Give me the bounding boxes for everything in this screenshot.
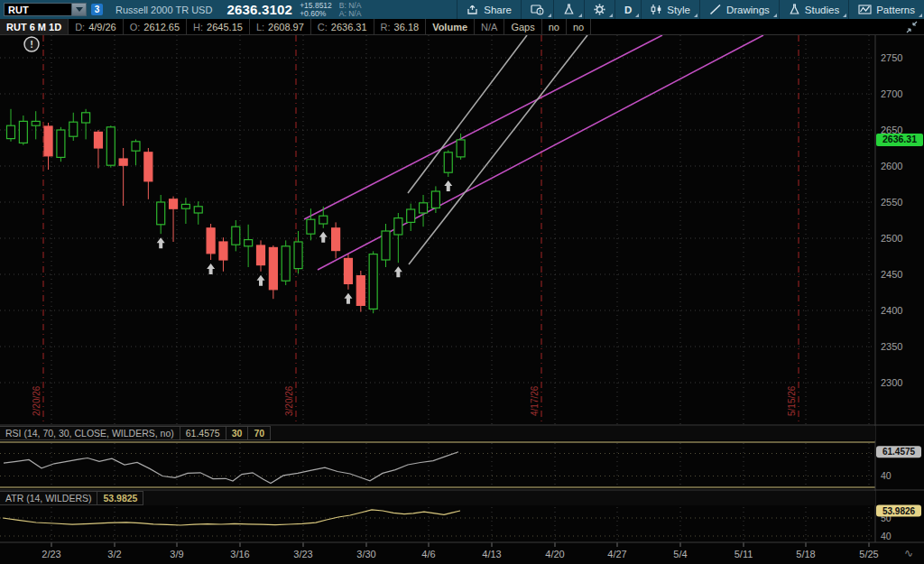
candle-body: [294, 242, 302, 269]
candle-body: [144, 153, 152, 181]
candle-body: [157, 202, 165, 225]
price-axis-label: 2750: [881, 52, 902, 63]
candle-body: [257, 245, 265, 265]
gear-icon: [594, 4, 605, 15]
price-axis-label: 2400: [881, 305, 902, 316]
symbol-description: Russell 2000 TR USD: [116, 5, 212, 15]
candle-body: [457, 140, 465, 157]
candle-body: [356, 276, 365, 306]
atr-study-header: ATR (14, WILDERS) 53.9825: [0, 491, 875, 505]
trendline-purple-channel-upper: [304, 35, 662, 219]
x-axis-label: 3/30: [356, 549, 375, 559]
open-label: O:: [130, 22, 141, 32]
thinkorswim-chart-window: 3 Russell 2000 TR USD 2636.3102 +15.8512…: [0, 0, 924, 564]
timeframe-label: D: [624, 5, 632, 15]
candle-body: [232, 227, 240, 245]
x-axis-label: 3/9: [170, 549, 183, 559]
rsi-line: [4, 452, 458, 484]
info-bubble-glyph: !: [30, 39, 33, 50]
close-value: 2636.31: [331, 22, 367, 32]
atr-badge-text: 53.9826: [882, 506, 916, 516]
x-axis-label: 5/18: [796, 549, 815, 559]
low-value: 2608.97: [268, 22, 304, 32]
candle-body: [245, 240, 253, 246]
last-price: 2636.3102: [226, 2, 292, 17]
candle-body: [444, 153, 452, 172]
symbol-input[interactable]: [4, 3, 72, 16]
candle-body: [219, 242, 227, 260]
change-percent: +0.60%: [300, 10, 332, 18]
range-value: 36.18: [394, 22, 420, 32]
quick-study-button[interactable]: [553, 0, 584, 19]
collapse-chart-button[interactable]: [905, 19, 924, 34]
symbol-timeframe-label: RUT 6 M 1D: [0, 19, 69, 34]
price-axis-label: 2450: [881, 269, 902, 280]
date-label: D:: [75, 22, 85, 32]
candle-body: [194, 207, 202, 213]
alert-flag-icon: !: [531, 4, 544, 15]
link-color-badge[interactable]: 3: [91, 4, 103, 15]
patterns-button[interactable]: Patterns: [848, 0, 924, 19]
rsi-axis-label: 40: [881, 470, 892, 481]
flask-icon: [563, 4, 575, 15]
open-value: 2612.65: [143, 22, 180, 32]
buy-signal-arrow: [344, 293, 352, 304]
low-field: L: 2608.97: [250, 19, 311, 34]
expiration-line-label: 3/20/26: [284, 385, 294, 416]
volume-value: N/A: [475, 19, 504, 34]
pencil-line-icon: [709, 4, 722, 15]
style-button[interactable]: Style: [641, 0, 699, 19]
candle-body: [82, 113, 90, 123]
range-field: R: 36.18: [374, 19, 427, 34]
symbol-dropdown-button[interactable]: [72, 3, 87, 16]
x-axis-label: 5/4: [673, 549, 687, 559]
buy-signal-arrow: [257, 275, 265, 286]
candle-body: [344, 258, 352, 283]
rsi-study-title[interactable]: RSI (14, 70, 30, CLOSE, WILDERS, no): [0, 426, 180, 440]
price-axis-label: 2350: [881, 341, 902, 352]
candle-body: [181, 204, 189, 208]
price-axis-label: 2500: [881, 233, 902, 244]
x-axis-label: 3/16: [230, 549, 249, 559]
last-price-badge-text: 2636.31: [882, 134, 917, 144]
style-label: Style: [667, 5, 690, 15]
price-axis-label: 2700: [881, 88, 902, 99]
drawings-button[interactable]: Drawings: [699, 0, 779, 19]
candle-body: [132, 142, 140, 151]
volume-label: Volume: [426, 19, 475, 34]
high-value: 2645.15: [207, 22, 243, 32]
candle-body: [57, 130, 65, 157]
atr-study-title[interactable]: ATR (14, WILDERS): [0, 491, 97, 505]
open-field: O: 2612.65: [124, 19, 187, 34]
x-axis-label: 2/23: [42, 549, 60, 559]
share-icon: [467, 5, 479, 15]
price-chart-canvas[interactable]: 2750270026502600255025002450240023502300…: [0, 35, 924, 564]
candle-body: [32, 121, 40, 125]
share-button[interactable]: Share: [457, 0, 521, 19]
low-label: L:: [256, 22, 264, 32]
candle-body: [332, 228, 340, 251]
drawing-set-icon[interactable]: ∿: [904, 547, 913, 559]
candle-body: [119, 159, 127, 165]
gaps-value-2: no: [567, 19, 591, 34]
drawings-label: Drawings: [726, 5, 770, 15]
rsi-study-header: RSI (14, 70, 30, CLOSE, WILDERS, no) 61.…: [0, 426, 875, 440]
candle-body: [319, 216, 328, 224]
symbol-selector: [4, 3, 87, 16]
candle-body: [282, 246, 290, 281]
gaps-value-1: no: [542, 19, 567, 34]
buy-signal-arrow: [444, 180, 452, 191]
svg-text:!: !: [539, 9, 541, 14]
studies-button[interactable]: Studies: [779, 0, 848, 19]
timeframe-button[interactable]: D: [614, 0, 641, 19]
chart-settings-button[interactable]: [584, 0, 614, 19]
rsi-overbought-label: 70: [247, 426, 271, 440]
candle-body: [106, 127, 115, 165]
atr-axis-label: 40: [881, 531, 892, 541]
candle-body: [431, 191, 439, 208]
ohlc-data-strip: RUT 6 M 1D D: 4/9/26 O: 2612.65 H: 2645.…: [0, 19, 924, 34]
collapse-arrows-icon: [905, 21, 919, 33]
alerts-button[interactable]: !: [521, 0, 553, 19]
buy-signal-arrow: [394, 266, 402, 277]
top-toolbar: 3 Russell 2000 TR USD 2636.3102 +15.8512…: [0, 0, 924, 19]
